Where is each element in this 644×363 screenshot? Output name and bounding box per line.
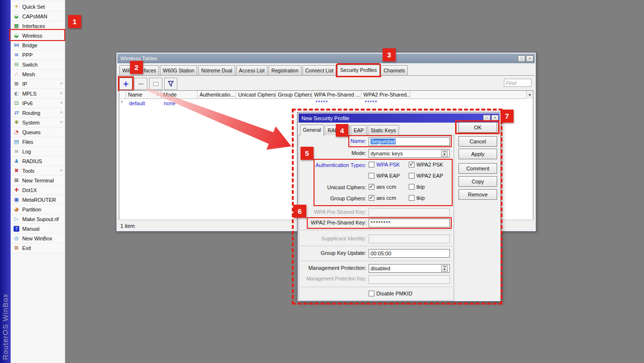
column-select-button[interactable]: ▼ xyxy=(526,91,533,99)
page-icon: ▷ xyxy=(13,216,20,223)
sidebar-item-ppp[interactable]: ≡PPP xyxy=(11,50,65,60)
status-text: 1 item xyxy=(120,223,135,229)
sidebar-item-log[interactable]: ≡Log xyxy=(11,147,65,156)
sidebar-item-wireless[interactable]: ◒Wireless xyxy=(11,31,65,41)
tab-w60g-station[interactable]: W60G Station xyxy=(160,65,197,75)
column-header-mode[interactable]: Mode xyxy=(161,91,198,99)
sidebar-item-label: Log xyxy=(22,149,31,154)
sidebar-item-mesh[interactable]: ∴Mesh xyxy=(11,70,65,79)
checkbox-wpa-psk[interactable] xyxy=(369,162,374,168)
column-header-wpa2-psk[interactable]: WPA2 Pre-Shared... xyxy=(361,91,410,99)
dialog-title: New Security Profile xyxy=(301,115,349,121)
find-input[interactable]: Find xyxy=(504,79,531,87)
tab-static-keys[interactable]: Static Keys xyxy=(368,125,399,135)
sidebar-item-mpls[interactable]: ◐MPLS▹ xyxy=(11,89,65,98)
sidebar-item-quick-set[interactable]: ✶Quick Set xyxy=(11,2,65,12)
sidebar-item-new-terminal[interactable]: ⊠New Terminal xyxy=(11,176,65,185)
group-key-update-input[interactable]: 00:05:00 xyxy=(369,249,450,258)
sidebar-item-capsman[interactable]: ◒CAPsMAN xyxy=(11,12,65,21)
queues-icon: ◔ xyxy=(13,129,20,136)
radius-user-icon: ♟ xyxy=(13,158,20,165)
apply-button[interactable]: Apply xyxy=(458,149,497,159)
sidebar-item-metarouter[interactable]: ▣MetaROUTER xyxy=(11,195,65,205)
close-icon[interactable]: × xyxy=(526,56,533,62)
sidebar-item-make-supout[interactable]: ▷Make Supout.rif xyxy=(11,214,65,224)
checkbox-group-aes-ccm[interactable] xyxy=(369,195,374,201)
auth-types-row2: WPA EAP WPA2 EAP xyxy=(298,172,457,181)
dropdown-icon[interactable]: ▾ xyxy=(441,150,448,157)
checkbox-unicast-tkip[interactable] xyxy=(409,184,415,190)
column-header-wpa-psk[interactable]: WPA Pre-Shared ... xyxy=(312,91,361,99)
duplicate-button[interactable] xyxy=(149,78,162,90)
comment-button[interactable]: Comment xyxy=(458,163,497,174)
sidebar-item-queues[interactable]: ◔Queues xyxy=(11,127,65,137)
remove-button[interactable]: Remove xyxy=(458,189,497,200)
wpa-psk-input xyxy=(369,208,450,217)
step-annotation-5: 5 xyxy=(301,147,314,160)
checkbox-group-tkip[interactable] xyxy=(409,195,415,201)
column-header-authentication[interactable]: Authenticatio... xyxy=(198,91,236,99)
tab-channels[interactable]: Channels xyxy=(381,65,408,75)
close-icon[interactable]: × xyxy=(491,115,499,121)
sidebar-item-dot1x[interactable]: ✚Dot1X xyxy=(11,185,65,195)
sidebar-item-label: Mesh xyxy=(22,71,35,77)
dropdown-icon[interactable]: ▾ xyxy=(441,265,448,272)
sidebar-item-partition[interactable]: ◕Partition xyxy=(11,205,65,214)
checkbox-wpa2-psk[interactable] xyxy=(409,162,415,168)
sidebar-item-radius[interactable]: ♟RADIUS xyxy=(11,156,65,166)
routing-icon: ⇄ xyxy=(13,110,20,116)
column-header-name[interactable]: Name▲ xyxy=(126,91,161,99)
wpa2-psk-field-row: WPA2 Pre-Shared Key: ******** xyxy=(298,219,457,227)
sidebar-item-label: Manual xyxy=(22,226,39,232)
duplicate-icon xyxy=(153,82,158,86)
maximize-icon[interactable]: □ xyxy=(483,115,490,121)
sidebar-item-bridge[interactable]: ⋈Bridge xyxy=(11,41,65,50)
tab-security-profiles[interactable]: Security Profiles xyxy=(337,65,380,76)
remove-button[interactable]: − xyxy=(134,78,147,90)
sidebar-item-ipv6[interactable]: ⊡IPv6▹ xyxy=(11,98,65,108)
copy-button[interactable]: Copy xyxy=(458,176,497,187)
sidebar-item-manual[interactable]: ?Manual xyxy=(11,224,65,234)
sidebar-item-ip[interactable]: ⊞IP▹ xyxy=(11,79,65,89)
wpa2-psk-input[interactable]: ******** xyxy=(369,219,450,227)
tab-nstreme-dual[interactable]: Nstreme Dual xyxy=(198,65,235,75)
sidebar-item-exit[interactable]: ⊠Exit xyxy=(11,243,65,253)
sidebar-item-label: PPP xyxy=(22,52,33,58)
tab-access-list[interactable]: Access List xyxy=(236,65,268,75)
sidebar-item-files[interactable]: ▤Files xyxy=(11,137,65,147)
checkbox-wpa-eap[interactable] xyxy=(369,173,374,179)
window-titlebar[interactable]: Wireless Tables □ × xyxy=(117,54,535,63)
step-annotation-3: 3 xyxy=(383,48,396,61)
sidebar-item-routing[interactable]: ⇄Routing▹ xyxy=(11,108,65,118)
tab-registration[interactable]: Registration xyxy=(269,65,301,75)
sidebar-item-switch[interactable]: ⊟Switch xyxy=(11,60,65,70)
column-header-group-ciphers[interactable]: Group Ciphers xyxy=(276,91,312,99)
ok-button[interactable]: OK xyxy=(458,122,497,133)
filter-button[interactable] xyxy=(164,78,177,90)
sidebar-item-tools[interactable]: ✖Tools▹ xyxy=(11,166,65,176)
tab-eap[interactable]: EAP xyxy=(351,125,367,135)
sidebar-item-system[interactable]: ✱System▹ xyxy=(11,118,65,127)
sidebar-item-interfaces[interactable]: ▦Interfaces xyxy=(11,21,65,31)
maximize-icon[interactable]: □ xyxy=(518,56,525,62)
name-input[interactable]: Seguridad xyxy=(369,137,450,146)
checkbox-disable-pmkid[interactable] xyxy=(369,291,374,296)
cancel-button[interactable]: Cancel xyxy=(458,136,497,147)
add-button[interactable]: + xyxy=(119,78,132,90)
tab-connect-list[interactable]: Connect List xyxy=(302,65,336,75)
tab-general[interactable]: General xyxy=(300,125,324,136)
mode-select[interactable]: dynamic keys▾ xyxy=(369,149,450,158)
flag-column-header[interactable] xyxy=(119,91,126,99)
management-protection-select[interactable]: disabled▾ xyxy=(369,264,450,273)
sidebar-item-new-winbox[interactable]: ◎New WinBox xyxy=(11,234,65,243)
interfaces-icon: ▦ xyxy=(13,23,20,29)
switch-icon: ⊟ xyxy=(13,61,20,68)
tools-icon: ✖ xyxy=(13,168,20,174)
table-row[interactable]: * default none ***** ***** xyxy=(119,99,533,107)
column-header-unicast-ciphers[interactable]: Unicast Ciphers xyxy=(236,91,276,99)
checkbox-label: aes ccm xyxy=(376,195,396,201)
checkbox-wpa2-eap[interactable] xyxy=(409,173,415,179)
dialog-tab-bar: General RADIUS EAP Static Keys xyxy=(299,124,400,135)
checkbox-unicast-aes-ccm[interactable] xyxy=(369,184,374,190)
dialog-titlebar[interactable]: New Security Profile □ × xyxy=(299,113,500,123)
